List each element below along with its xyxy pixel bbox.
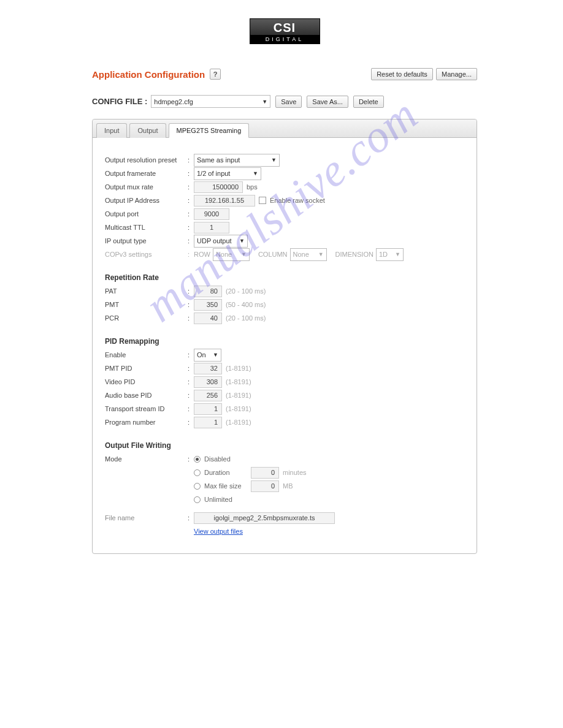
program-number-input[interactable]: [194, 417, 222, 428]
chevron-down-icon: ▼: [318, 251, 324, 257]
colon: :: [188, 365, 194, 372]
logo-bottom: DIGITAL: [250, 35, 320, 44]
pmt-rep-hint: (50 - 400 ms): [226, 301, 266, 308]
chevron-down-icon: ▼: [262, 99, 267, 105]
chevron-down-icon: ▼: [271, 157, 277, 163]
pmt-rep-input[interactable]: [194, 299, 222, 311]
output-port-input[interactable]: [194, 208, 229, 220]
colon: :: [188, 314, 194, 322]
enable-raw-socket-checkbox[interactable]: [259, 197, 266, 204]
program-number-hint: (1-8191): [226, 419, 251, 426]
duration-unit: minutes: [283, 469, 307, 476]
cop-row-select[interactable]: None ▼: [213, 248, 250, 261]
pcr-hint: (20 - 100 ms): [226, 314, 266, 322]
video-pid-input[interactable]: [194, 376, 222, 388]
repetition-rate-heading: Repetition Rate: [105, 273, 464, 282]
pcr-input[interactable]: [194, 313, 222, 324]
colon: :: [188, 287, 194, 295]
tsid-input[interactable]: [194, 403, 222, 415]
mode-maxsize-radio[interactable]: [194, 483, 201, 490]
mode-duration-radio[interactable]: [194, 469, 201, 476]
video-pid-label: Video PID: [105, 378, 188, 385]
mode-label: Mode: [105, 455, 188, 463]
cop-row-value: None: [216, 251, 232, 258]
chevron-down-icon: ▼: [241, 251, 247, 257]
output-muxrate-label: Output mux rate: [105, 183, 188, 191]
colon: :: [188, 210, 194, 218]
pid-enable-label: Enable: [105, 351, 188, 358]
colon: :: [188, 301, 194, 308]
delete-button[interactable]: Delete: [353, 96, 384, 108]
mode-disabled-label: Disabled: [204, 455, 231, 463]
config-file-select[interactable]: hdmpeg2.cfg ▼: [151, 95, 270, 108]
filename-input[interactable]: [194, 512, 335, 524]
maxsize-unit: MB: [283, 482, 293, 490]
colon: :: [188, 197, 194, 204]
pmt-pid-hint: (1-8191): [226, 365, 251, 372]
output-framerate-select[interactable]: 1/2 of input ▼: [194, 167, 261, 180]
maxsize-input[interactable]: [251, 480, 279, 492]
output-port-label: Output port: [105, 210, 188, 218]
tab-mpeg2ts[interactable]: MPEG2TS Streaming: [169, 123, 250, 138]
cop-dimension-select[interactable]: 1D ▼: [376, 248, 404, 261]
manage-button[interactable]: Manage...: [436, 68, 477, 80]
mode-unlimited-radio[interactable]: [194, 496, 201, 503]
output-muxrate-input[interactable]: [194, 181, 243, 193]
colon: :: [188, 237, 194, 245]
help-button[interactable]: ?: [210, 69, 221, 80]
ip-output-type-label: IP output type: [105, 237, 188, 245]
tsid-hint: (1-8191): [226, 405, 251, 412]
pid-enable-select[interactable]: On ▼: [194, 349, 221, 362]
page-title: Application Configuration ?: [92, 69, 221, 80]
tab-output[interactable]: Output: [129, 123, 166, 138]
ip-output-type-value: UDP output: [197, 237, 232, 245]
reset-defaults-button[interactable]: Reset to defaults: [371, 68, 433, 80]
audio-pid-input[interactable]: [194, 390, 222, 401]
pmt-rep-label: PMT: [105, 301, 188, 308]
output-ip-input[interactable]: [194, 195, 255, 207]
multicast-ttl-label: Multicast TTL: [105, 224, 188, 231]
colon: :: [188, 392, 194, 399]
multicast-ttl-input[interactable]: [194, 222, 229, 233]
duration-input[interactable]: [251, 467, 279, 479]
pid-remapping-heading: PID Remapping: [105, 337, 464, 346]
enable-raw-socket-label: Enable raw socket: [270, 197, 325, 204]
cop-column-select[interactable]: None ▼: [290, 248, 327, 261]
pat-hint: (20 - 100 ms): [226, 287, 266, 295]
filename-label: File name: [105, 514, 188, 521]
cop-dimension-label: DIMENSION: [335, 251, 373, 258]
cop-dimension-value: 1D: [379, 251, 388, 258]
brand-logo: CSI DIGITAL: [250, 18, 320, 44]
muxrate-unit: bps: [247, 183, 258, 191]
colon: :: [188, 251, 194, 258]
ip-output-type-select[interactable]: UDP output ▼: [194, 235, 248, 248]
tab-input[interactable]: Input: [96, 123, 127, 138]
video-pid-hint: (1-8191): [226, 378, 251, 385]
save-as-button[interactable]: Save As...: [307, 96, 348, 108]
colon: :: [188, 156, 194, 164]
config-file-label: CONFIG FILE :: [92, 97, 147, 106]
output-resolution-select[interactable]: Same as input ▼: [194, 154, 280, 167]
view-output-files-link[interactable]: View output files: [194, 528, 243, 535]
mode-disabled-radio[interactable]: [194, 456, 201, 463]
colon: :: [188, 514, 194, 521]
save-button[interactable]: Save: [275, 96, 302, 108]
cop-column-value: None: [293, 251, 309, 258]
mode-duration-label: Duration: [204, 469, 247, 476]
pat-label: PAT: [105, 287, 188, 295]
settings-panel: Input Output MPEG2TS Streaming Output re…: [92, 119, 477, 554]
colon: :: [188, 419, 194, 426]
audio-pid-label: Audio base PID: [105, 392, 188, 399]
pat-input[interactable]: [194, 286, 222, 297]
cop-row-label: ROW: [194, 251, 210, 258]
chevron-down-icon: ▼: [253, 170, 258, 176]
colon: :: [188, 183, 194, 191]
pcr-label: PCR: [105, 314, 188, 322]
mode-maxsize-label: Max file size: [204, 482, 247, 490]
colon: :: [188, 405, 194, 412]
colon: :: [188, 455, 194, 463]
chevron-down-icon: ▼: [213, 352, 218, 358]
pmt-pid-input[interactable]: [194, 363, 222, 374]
logo-top: CSI: [250, 19, 320, 35]
output-ip-label: Output IP Address: [105, 197, 188, 204]
